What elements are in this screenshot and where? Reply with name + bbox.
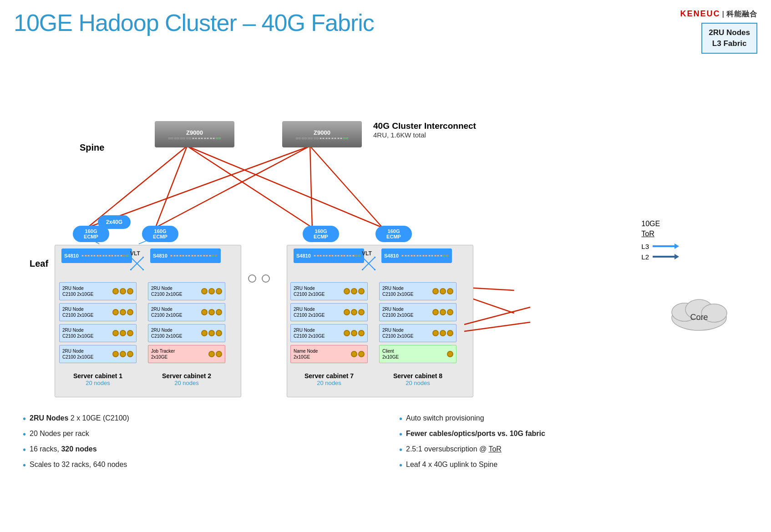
legend-section: 10GE ToR L3 L2	[641, 220, 675, 261]
page: 10GE Hadoop Cluster – 40G Fabric KENEUC|…	[0, 0, 771, 532]
cluster-interconnect-label: 40G Cluster Interconnect 4RU, 1.6KW tota…	[373, 121, 476, 139]
svg-line-40	[464, 322, 530, 331]
cab2-node2: 2RU NodeC2100 2x10GE	[148, 303, 225, 321]
cab1-node3: 2RU NodeC2100 2x10GE	[59, 324, 137, 342]
leaf-switch-2-label: S4810	[153, 253, 167, 258]
bullet-right-4: • Leaf 4 x 40G uplink to Spine	[399, 460, 748, 471]
ellipsis-dots	[248, 274, 270, 283]
svg-line-3	[187, 146, 382, 228]
cab8-node4-client: Client2x10GE	[379, 345, 457, 363]
legend-tor: ToR	[641, 230, 675, 238]
cab2-node1: 2RU NodeC2100 2x10GE	[148, 282, 225, 300]
legend-l2-line	[653, 256, 675, 258]
cab7-node3: 2RU NodeC2100 2x10GE	[290, 324, 368, 342]
svg-line-39	[464, 307, 530, 324]
page-title: 10GE Hadoop Cluster – 40G Fabric	[14, 9, 374, 36]
svg-line-7	[310, 146, 382, 228]
svg-line-5	[156, 146, 310, 228]
cab8-node3: 2RU NodeC2100 2x10GE	[379, 324, 457, 342]
bullet-left-2: • 20 Nodes per rack	[23, 429, 372, 441]
cab1-node1: 2RU NodeC2100 2x10GE	[59, 282, 137, 300]
header: 10GE Hadoop Cluster – 40G Fabric KENEUC|…	[14, 9, 757, 54]
cab8-node1: 2RU NodeC2100 2x10GE	[379, 282, 457, 300]
core-cloud: Core	[666, 290, 732, 333]
ecmp-oval-4: 160G ECMP	[375, 226, 412, 242]
legend-l2-label: L2	[641, 253, 649, 261]
spine-label: Spine	[80, 142, 104, 153]
bullet-left-3: • 16 racks, 320 nodes	[23, 444, 372, 456]
ecmp-oval-1: 160G ECMP	[73, 226, 109, 242]
bullets-right: • Auto switch provisioning • Fewer cable…	[399, 413, 748, 475]
svg-text:Core: Core	[690, 313, 708, 322]
legend-10ge: 10GE	[641, 220, 675, 228]
legend-l3-line	[653, 245, 675, 247]
cab8-node2: 2RU NodeC2100 2x10GE	[379, 303, 457, 321]
cab7-node2: 2RU NodeC2100 2x10GE	[290, 303, 368, 321]
spine2-name: Z9000	[314, 129, 330, 136]
leaf-switch-2: S4810	[150, 248, 221, 263]
ecmp1-label: 160G	[85, 228, 97, 234]
vlt-label-left: VLT	[130, 250, 140, 257]
svg-line-2	[187, 146, 312, 228]
cab2-node4-job: Job Tracker2x10GE	[148, 345, 225, 363]
svg-line-1	[156, 146, 187, 228]
bullet-right-3: • 2.5:1 oversubscription @ ToR	[399, 444, 748, 456]
legend-l3-label: L3	[641, 243, 649, 250]
leaf-label: Leaf	[30, 258, 48, 269]
bullet-left-1: • 2RU Nodes 2 x 10GE (C2100)	[23, 413, 372, 425]
svg-line-6	[310, 146, 312, 228]
bullet-right-2: • Fewer cables/optics/ports vs. 10G fabr…	[399, 429, 748, 441]
bullets-section: • 2RU Nodes 2 x 10GE (C2100) • 20 Nodes …	[14, 413, 757, 475]
diagram-area: Spine Z9000 Z9000	[14, 58, 757, 404]
brand-name: KENEUC|科能融合	[680, 9, 758, 18]
cab7-node1: 2RU NodeC2100 2x10GE	[290, 282, 368, 300]
cab1-node4: 2RU NodeC2100 2x10GE	[59, 345, 137, 363]
ecmp-oval-3: 160G ECMP	[303, 226, 339, 242]
leaf-switch-3: S4810	[294, 248, 364, 263]
leaf-switch-1-label: S4810	[64, 253, 79, 258]
badge-line1: 2RU Nodes	[709, 28, 750, 37]
vlt-label-right: VLT	[362, 250, 372, 257]
cab8-label: Server cabinet 8 20 nodes	[379, 372, 457, 386]
spine-switch-2: Z9000	[282, 121, 362, 147]
cab7-label: Server cabinet 7 20 nodes	[290, 372, 368, 386]
vlt-connector-right	[362, 257, 375, 270]
cab7-node4-name: Name Node2x10GE	[290, 345, 368, 363]
bullet-left-4: • Scales to 32 racks, 640 nodes	[23, 460, 372, 471]
spine1-name: Z9000	[186, 129, 203, 136]
ecmp1-sub: ECMP	[84, 234, 98, 239]
cab2-label: Server cabinet 2 20 nodes	[148, 372, 225, 386]
leaf-switch-4: S4810	[381, 248, 452, 263]
cab2-node3: 2RU NodeC2100 2x10GE	[148, 324, 225, 342]
brand-area: KENEUC|科能融合 2RU Nodes L3 Fabric	[680, 9, 758, 54]
legend-l3-row: L3	[641, 243, 675, 250]
badge-box: 2RU Nodes L3 Fabric	[701, 23, 757, 54]
leaf-switch-1: S4810	[61, 248, 132, 263]
vlt-connector-left	[130, 257, 144, 270]
spine-switch-1: Z9000	[155, 121, 234, 147]
badge-line2: L3 Fabric	[712, 39, 747, 48]
brand-logo: KENEUC|科能融合	[680, 9, 758, 19]
bullets-left: • 2RU Nodes 2 x 10GE (C2100) • 20 Nodes …	[23, 413, 372, 475]
legend-l2-row: L2	[641, 253, 675, 261]
cab1-node2: 2RU NodeC2100 2x10GE	[59, 303, 137, 321]
bullet-right-1: • Auto switch provisioning	[399, 413, 748, 425]
cab1-label: Server cabinet 1 20 nodes	[59, 372, 137, 386]
ecmp-oval-2: 160G ECMP	[142, 226, 178, 242]
